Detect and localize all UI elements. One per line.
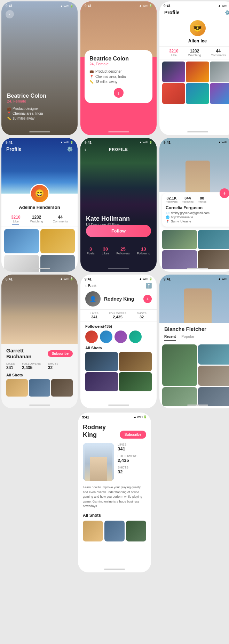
likes-num: 341	[6, 365, 15, 370]
share-icon[interactable]: ⬆️	[146, 283, 152, 288]
card-name: Beatrice Colon	[89, 56, 148, 62]
follow-button[interactable]: Follow	[86, 225, 151, 237]
movie-thumb-3[interactable]	[210, 62, 229, 82]
shot-1[interactable]	[85, 352, 118, 371]
photo-2[interactable]	[198, 230, 229, 249]
photo-small-3[interactable]	[162, 387, 197, 406]
back-button[interactable]: ‹	[6, 10, 14, 18]
stat-shots: SHOTS 32	[118, 466, 146, 474]
likes-num: 341	[90, 315, 98, 319]
phone-beatrice-card: 9:41 ▲ WiFi 🔋 Beatrice Colon 24, Female …	[80, 1, 157, 135]
stat-following: 344 Following	[182, 196, 194, 203]
photo-2[interactable]	[40, 229, 75, 253]
movie-thumb-1[interactable]	[162, 62, 185, 82]
back-row[interactable]: ‹ Back	[85, 284, 96, 288]
tab-recent[interactable]: Recent	[164, 335, 176, 341]
movie-thumb-4[interactable]	[162, 83, 185, 104]
stat-likes: 3210 Like	[169, 49, 179, 57]
subscribe-button[interactable]: Subscribe	[120, 431, 146, 439]
shot-1[interactable]	[83, 521, 103, 541]
photo-3[interactable]	[51, 379, 73, 397]
person-thumb	[184, 288, 212, 323]
stat-likes: LIKES 341	[6, 362, 15, 370]
large-photo-1[interactable]	[162, 344, 197, 386]
posts-label: Posts	[87, 252, 95, 255]
stat-row: 32.1K Followers 344 Following 88 Photos	[166, 196, 229, 203]
shot-3[interactable]	[126, 521, 146, 541]
likes-num: 30	[102, 246, 109, 252]
stat-photos: 88 Photos	[198, 196, 206, 203]
shots-num: 32	[48, 365, 58, 370]
photo-small-4[interactable]	[198, 387, 229, 406]
top-photo	[159, 275, 229, 323]
stat-posts: 3 Posts	[87, 246, 95, 255]
settings-icon[interactable]: ⚙️	[225, 10, 229, 15]
header-row: Profile ⚙️	[6, 146, 73, 152]
followers-num: 2,435	[118, 458, 146, 463]
profile-body: Garrett Buchanan Subscribe LIKES 341 FOL…	[1, 344, 78, 400]
status-bar: 6:41 ▲ WiFi 🔋	[6, 277, 73, 281]
header-title: Profile	[6, 146, 22, 152]
all-shots-title: All Shots	[85, 346, 152, 350]
stat-followers: FOLLOWERS 2,435	[22, 362, 41, 370]
website-row: 🌐 http://cornelia.fe	[166, 215, 229, 219]
spacer: ‹	[151, 146, 152, 153]
stat-comments: 44 Comments	[53, 215, 68, 225]
likes-num: 3210	[11, 215, 21, 220]
photo-1[interactable]	[4, 229, 39, 253]
stats-col: LIKES 341 FOLLOWERS 2,435 SHOTS 32	[118, 443, 146, 481]
shots-grid	[85, 352, 152, 391]
shot-2[interactable]	[104, 521, 125, 541]
person-name: Garrett Buchanan	[6, 348, 48, 359]
tab-popular[interactable]: Popular	[181, 335, 194, 341]
settings-icon[interactable]: ⚙️	[67, 146, 73, 152]
status-icons: ▲ WiFi 🔋	[218, 141, 229, 145]
photos-label: Photos	[198, 200, 206, 203]
bg-top: 6:41 ▲ WiFi 🔋	[1, 275, 78, 344]
back-button[interactable]: ‹	[85, 146, 86, 153]
profile-location: 📍 Chennai area, India	[7, 112, 72, 115]
photo-4[interactable]	[198, 250, 229, 269]
follower-avatar-1[interactable]	[85, 331, 98, 343]
fab-button[interactable]: +	[220, 188, 229, 198]
following-label: Following	[137, 252, 150, 255]
follower-avatar-2[interactable]	[100, 331, 112, 343]
status-bar: 9:41 ▲ WiFi 🔋	[85, 4, 152, 8]
shot-2[interactable]	[119, 352, 152, 371]
stat-followers: FOLLOWERS 2,435	[118, 454, 146, 463]
down-button[interactable]: ↓	[114, 88, 124, 98]
tab-row: Recent Popular	[159, 333, 229, 342]
photo-small-2[interactable]	[198, 366, 229, 386]
status-icons: ▲ WiFi 🔋	[139, 141, 152, 145]
photo-3[interactable]	[4, 255, 39, 272]
photo-3[interactable]	[162, 250, 197, 269]
shots-num: 32	[137, 315, 147, 319]
avatar-wrap: 😄	[30, 184, 49, 203]
location-icon: 📍	[89, 75, 94, 79]
status-bar: 9:41 ▲ WiFi 🔋	[164, 4, 229, 8]
follower-avatar-4[interactable]	[129, 331, 142, 343]
home-bar	[29, 405, 50, 406]
movie-thumb-2[interactable]	[186, 62, 209, 82]
movie-thumb-5[interactable]	[186, 83, 209, 104]
shot-3[interactable]	[85, 372, 118, 391]
fab-button[interactable]: +	[143, 295, 152, 303]
watching-label: Watching	[30, 220, 43, 223]
photo-1[interactable]	[162, 230, 197, 249]
photo-4[interactable]	[40, 255, 75, 272]
followers-num: 25	[116, 246, 130, 252]
comments-num: 44	[53, 215, 68, 220]
stat-likes: 3210 Like	[11, 215, 21, 225]
shot-4[interactable]	[119, 372, 152, 391]
movie-thumb-6[interactable]	[210, 83, 229, 104]
photo-2[interactable]	[29, 379, 50, 397]
comments-num: 44	[211, 49, 226, 54]
photo-small-1[interactable]	[198, 344, 229, 365]
follower-avatar-3[interactable]	[114, 331, 127, 343]
likes-label: Like	[11, 220, 21, 223]
comments-label: Comments	[211, 54, 226, 57]
subscribe-button[interactable]: Subscribe	[48, 350, 73, 357]
profile-distance: 📏 18 miles away	[7, 116, 72, 120]
photo-1[interactable]	[6, 379, 28, 397]
watching-num: 1232	[30, 215, 43, 220]
